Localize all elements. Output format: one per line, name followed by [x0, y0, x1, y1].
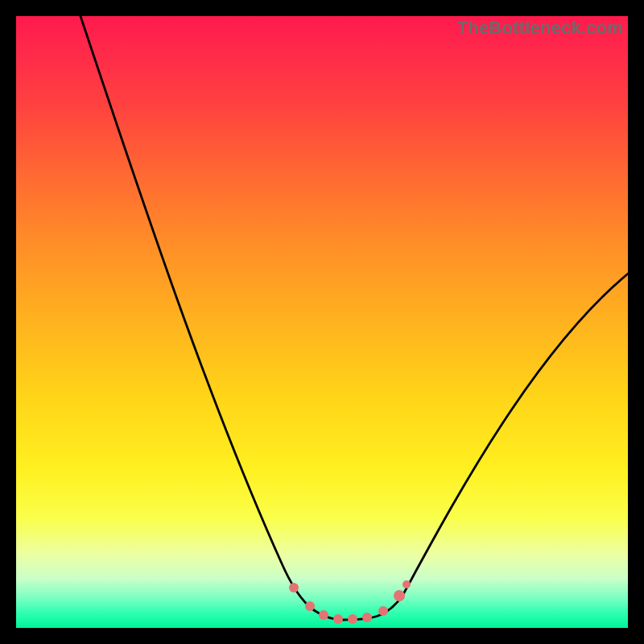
valley-dot	[394, 590, 405, 601]
bottleneck-curve	[80, 16, 628, 620]
valley-dot	[402, 580, 411, 588]
valley-dot	[305, 601, 315, 611]
valley-dots-group	[289, 580, 411, 624]
valley-dot	[319, 610, 328, 620]
chart-svg	[16, 16, 628, 628]
valley-dot	[289, 583, 299, 592]
valley-dot	[378, 606, 388, 616]
plot-area: TheBottleneck.com	[16, 16, 628, 628]
valley-dot	[348, 614, 357, 624]
valley-dot	[333, 614, 343, 624]
chart-frame: TheBottleneck.com	[0, 0, 644, 644]
valley-dot	[362, 613, 372, 622]
